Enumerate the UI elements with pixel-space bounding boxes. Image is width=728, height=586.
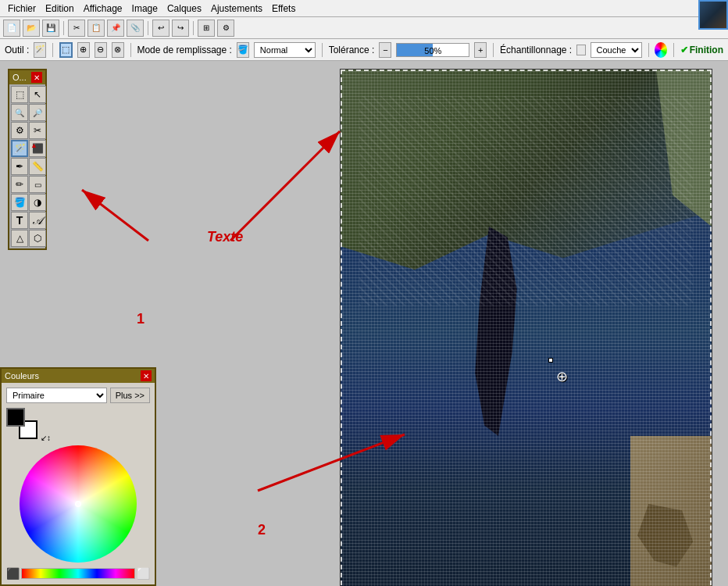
finition-label: Finition xyxy=(690,45,723,55)
sep4 xyxy=(52,43,53,57)
undo-button[interactable]: ↩ xyxy=(152,20,170,37)
move-cursor-icon: ⊕ xyxy=(556,368,568,385)
couleurs-title: Couleurs xyxy=(5,371,39,381)
selection-overlay xyxy=(341,70,712,586)
color-wheel[interactable] xyxy=(20,445,137,563)
echantillonnage-label: Échantillonnage : xyxy=(500,45,572,55)
color-mode-select[interactable]: Primaire Secondaire xyxy=(6,388,107,403)
tool-pencil[interactable]: ✏ xyxy=(11,176,28,193)
tool-rotate[interactable]: ⚙ xyxy=(11,122,28,139)
tool-color-select[interactable]: ▲ ⬛ xyxy=(29,140,46,157)
couleurs-close-button[interactable]: ✕ xyxy=(141,370,152,381)
tool-fuzzy-select[interactable]: 🪄 xyxy=(11,140,28,157)
color-wheel-container xyxy=(6,445,150,563)
redo-button[interactable]: ↪ xyxy=(172,20,189,37)
mode-add[interactable]: ⊕ xyxy=(77,42,90,58)
tolerance-text: 50% xyxy=(397,44,469,57)
cursor-dot xyxy=(548,358,553,363)
tool-text[interactable]: T xyxy=(11,212,28,229)
sep1 xyxy=(63,21,64,35)
echant-icon xyxy=(576,45,585,55)
cut-button[interactable]: ✂ xyxy=(68,20,85,37)
copy-button[interactable]: 📋 xyxy=(87,20,105,37)
options-button[interactable]: ⚙ xyxy=(217,20,234,37)
fg-color-fill xyxy=(9,410,23,424)
sep9 xyxy=(673,43,674,57)
menu-affichage[interactable]: Affichage xyxy=(79,2,127,16)
tool-eraser[interactable]: ▭ xyxy=(29,176,46,193)
couleurs-header: Couleurs ✕ xyxy=(2,369,155,383)
swatch-bg-icon[interactable]: ⬜ xyxy=(137,567,150,580)
menu-fichier[interactable]: Fichier xyxy=(3,2,41,16)
mode-sub[interactable]: ⊖ xyxy=(95,42,107,58)
tool-path-edit[interactable]: 𝒜 xyxy=(29,212,46,229)
tool-measure[interactable]: 📏 xyxy=(29,158,46,175)
sep3 xyxy=(193,21,194,35)
image-canvas[interactable]: ⊕ xyxy=(340,69,712,586)
plus-button[interactable]: Plus >> xyxy=(110,388,150,403)
color-wheel-cursor xyxy=(75,501,81,507)
sep2 xyxy=(148,21,148,35)
image-thumbnail xyxy=(698,0,728,30)
new-button[interactable]: 📄 xyxy=(3,20,20,37)
tool-dodge[interactable]: ◑ xyxy=(29,194,46,211)
tool-shapes[interactable]: △ xyxy=(11,230,28,247)
tool-select-rect[interactable]: ⬚ xyxy=(11,86,28,103)
outil-icon[interactable]: 🪄 xyxy=(34,42,46,58)
paste2-button[interactable]: 📎 xyxy=(127,20,144,37)
color-mode-row: Primaire Secondaire Plus >> xyxy=(6,388,150,403)
aerial-map: ⊕ xyxy=(341,70,712,586)
sep6 xyxy=(322,43,323,57)
menu-ajustements[interactable]: Ajustements xyxy=(206,2,267,16)
tolerance-label: Tolérance : xyxy=(329,45,375,55)
couleurs-panel: Couleurs ✕ Primaire Secondaire Plus >> ↙ xyxy=(0,367,156,586)
sep8 xyxy=(648,43,649,57)
swatch-fg-icon[interactable]: ⬛ xyxy=(6,567,20,580)
grid-button[interactable]: ⊞ xyxy=(198,20,215,37)
tool-crop[interactable]: ✂ xyxy=(29,122,46,139)
tool-bucket[interactable]: 🪣 xyxy=(11,194,28,211)
couleurs-body: Primaire Secondaire Plus >> ↙ ↕ xyxy=(2,383,155,584)
menu-effets[interactable]: Effets xyxy=(267,2,300,16)
tool-select-move[interactable]: ↖ xyxy=(29,86,46,103)
menu-bar: Fichier Edition Affichage Image Calques … xyxy=(0,0,728,17)
color-swatches-row: ⬛ ⬜ xyxy=(6,567,150,580)
main-area: O... ✕ ⬚ ↖ 🔍 🔎 ⚙ ✂ 🪄 ▲ ⬛ ✒ 📏 ✏ ▭ 🪣 ◑ T 𝒜… xyxy=(0,61,728,586)
options-bar: Outil : 🪄 ⬚ ⊕ ⊖ ⊗ Mode de remplissage : … xyxy=(0,39,728,61)
menu-edition[interactable]: Edition xyxy=(41,2,79,16)
mode-select[interactable]: Normal Ajouter Soustraire xyxy=(254,42,316,58)
tool-paths[interactable]: ✒ xyxy=(11,158,28,175)
toolbox-close-button[interactable]: ✕ xyxy=(31,72,42,83)
tolerance-plus[interactable]: + xyxy=(474,42,487,58)
toolbox-grid: ⬚ ↖ 🔍 🔎 ⚙ ✂ 🪄 ▲ ⬛ ✒ 📏 ✏ ▭ 🪣 ◑ T 𝒜 △ ⬡ xyxy=(9,84,45,248)
rainbow-bar[interactable] xyxy=(21,568,135,579)
toolbox-header: O... ✕ xyxy=(9,70,45,84)
toolbox-title: O... xyxy=(12,73,27,82)
tolerance-minus[interactable]: − xyxy=(379,42,391,58)
color-reset-icon[interactable]: ↙ xyxy=(41,434,47,442)
outil-label: Outil : xyxy=(5,45,29,55)
menu-image[interactable]: Image xyxy=(127,2,162,16)
toolbar: 📄 📂 💾 ✂ 📋 📌 📎 ↩ ↪ ⊞ ⚙ xyxy=(0,17,728,39)
color-swap-icon[interactable]: ↕ xyxy=(47,434,51,442)
menu-calques[interactable]: Calques xyxy=(162,2,206,16)
sep7 xyxy=(493,43,494,57)
tool-zoom-in[interactable]: 🔎 xyxy=(29,104,46,121)
mode-intersect[interactable]: ⊗ xyxy=(112,42,124,58)
tolerance-bar[interactable]: 50% xyxy=(396,43,469,57)
tool-zoom[interactable]: 🔍 xyxy=(11,104,28,121)
open-button[interactable]: 📂 xyxy=(23,20,40,37)
echant-select[interactable]: Couche Image Visible xyxy=(591,42,642,58)
finition-button[interactable]: ✔ Finition xyxy=(680,45,723,55)
color-sphere-icon[interactable] xyxy=(655,42,667,58)
mode-label: Mode de remplissage : xyxy=(137,45,231,55)
checkmark-icon: ✔ xyxy=(680,45,688,55)
fg-bg-colors xyxy=(6,408,37,439)
toolbox-panel: O... ✕ ⬚ ↖ 🔍 🔎 ⚙ ✂ 🪄 ▲ ⬛ ✒ 📏 ✏ ▭ 🪣 ◑ T 𝒜… xyxy=(8,69,47,250)
fg-color-box[interactable] xyxy=(6,408,25,427)
save-button[interactable]: 💾 xyxy=(42,20,59,37)
tool-extra[interactable]: ⬡ xyxy=(29,230,46,247)
mode-icon[interactable]: 🪣 xyxy=(237,42,249,58)
paste-button[interactable]: 📌 xyxy=(107,20,124,37)
mode-normal[interactable]: ⬚ xyxy=(59,42,72,58)
